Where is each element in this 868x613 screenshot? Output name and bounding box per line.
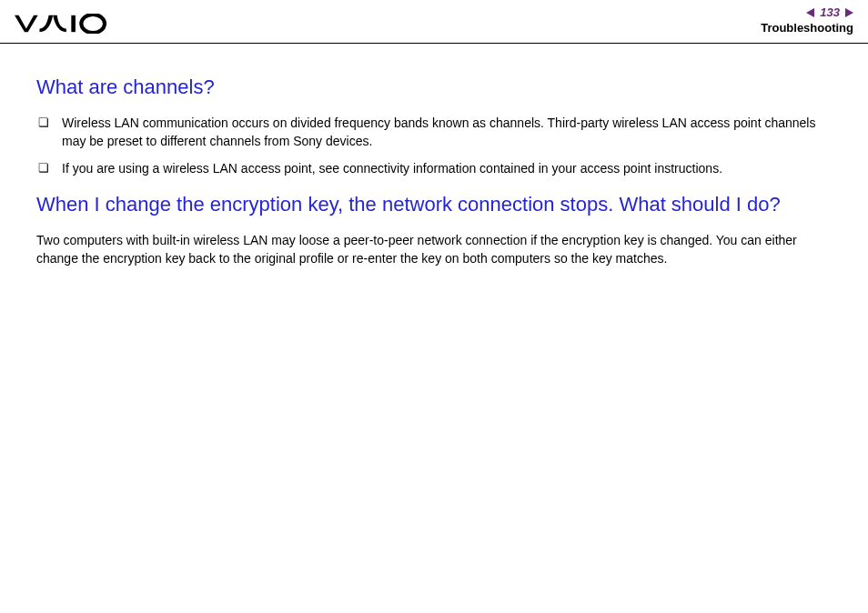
- prev-page-arrow-icon[interactable]: [806, 8, 814, 17]
- svg-point-1: [81, 15, 105, 33]
- page-content: What are channels? Wireless LAN communic…: [0, 44, 868, 268]
- question-heading-channels: What are channels?: [36, 75, 832, 101]
- header-right: 133 Troubleshooting: [761, 5, 853, 35]
- question-heading-encryption: When I change the encryption key, the ne…: [36, 192, 832, 218]
- svg-rect-0: [71, 15, 76, 32]
- vaio-logo: [15, 11, 115, 40]
- bullet-list-channels: Wireless LAN communication occurs on div…: [36, 114, 832, 178]
- section-label: Troubleshooting: [761, 21, 853, 35]
- page-navigation: 133: [761, 5, 853, 19]
- page-header: 133 Troubleshooting: [0, 0, 868, 44]
- page-number: 133: [818, 5, 842, 19]
- next-page-arrow-icon[interactable]: [845, 8, 853, 17]
- list-item: If you are using a wireless LAN access p…: [36, 159, 832, 177]
- body-text-encryption: Two computers with built-in wireless LAN…: [36, 231, 832, 268]
- list-item: Wireless LAN communication occurs on div…: [36, 114, 832, 151]
